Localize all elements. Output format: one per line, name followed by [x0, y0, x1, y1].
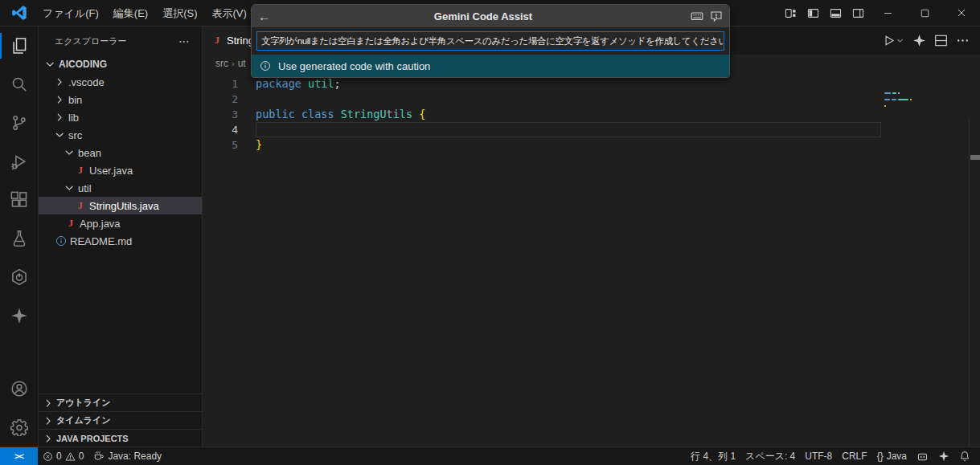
activity-item-settings[interactable] [0, 408, 39, 447]
activity-item-search[interactable] [0, 65, 39, 104]
info-icon [260, 60, 271, 71]
source-control-icon [10, 114, 28, 132]
status-problems[interactable]: 00 [38, 447, 88, 465]
quick-input-header-icons [691, 10, 723, 22]
activity-item-source-control[interactable] [0, 104, 39, 142]
more-actions-button[interactable] [956, 34, 970, 47]
activity-item-testing[interactable] [0, 219, 39, 258]
activity-item-explorer[interactable] [0, 27, 39, 65]
code-line-5[interactable]: 5} [203, 137, 980, 153]
tree-item-bean[interactable]: bean [39, 144, 202, 161]
tree-item-stringutils-java[interactable]: JStringUtils.java [39, 197, 202, 214]
toggle-secondary-sidebar-button[interactable] [847, 0, 869, 27]
chevron-right-icon [42, 432, 55, 445]
toggle-sidebar-button[interactable] [802, 0, 824, 27]
tree-item-util[interactable]: util [39, 179, 202, 197]
status-text: 0 [79, 451, 84, 462]
keyboard-button[interactable] [691, 10, 703, 22]
java-file-icon: J [64, 218, 77, 230]
close-button[interactable] [943, 0, 980, 27]
tree-item-label: StringUtils.java [89, 200, 159, 212]
editor-scrollbar[interactable] [969, 118, 980, 447]
code-line-4[interactable]: 4 [203, 122, 980, 137]
explorer-sidebar: エクスプローラー ⋯ AICODING.vscodebinlibsrcbeanJ… [39, 27, 203, 447]
close-icon [957, 8, 966, 18]
layout-controls [779, 0, 869, 27]
status-indentation[interactable]: スペース: 4 [740, 447, 800, 465]
breadcrumb-item-ut[interactable]: ut [238, 58, 246, 69]
tree-item--vscode[interactable]: .vscode [39, 73, 202, 91]
file-tree: AICODING.vscodebinlibsrcbeanJUser.javaut… [39, 55, 202, 250]
tree-item-label: User.java [89, 165, 133, 177]
toggle-panel-button[interactable] [824, 0, 847, 27]
testing-icon [10, 230, 28, 247]
status-gemini-sparkle[interactable] [933, 447, 954, 465]
feedback-button[interactable] [710, 10, 723, 22]
gemini-icon [10, 307, 28, 324]
customize-layout-button[interactable] [779, 0, 802, 27]
more-actions-icon [956, 34, 970, 47]
tree-item-user-java[interactable]: JUser.java [39, 161, 202, 179]
section-java-projects[interactable]: JAVA PROJECTS [39, 429, 202, 447]
status-language-mode[interactable]: {}Java [872, 447, 912, 465]
code-line-1[interactable]: 1package util; [203, 76, 980, 92]
keyboard-icon [691, 10, 703, 22]
menu-item-2[interactable]: 選択(S) [155, 0, 204, 27]
status-notifications[interactable] [954, 447, 975, 465]
status-text: UTF-8 [805, 451, 832, 462]
remote-indicator[interactable]: >< [0, 447, 38, 465]
readme-info-icon [55, 235, 68, 247]
tree-item-lib[interactable]: lib [39, 108, 202, 126]
activity-item-gemini[interactable] [0, 296, 39, 335]
cursor-overview-marker [970, 155, 980, 160]
tree-item-readme-md[interactable]: README.md [39, 232, 202, 250]
split-editor-icon [934, 34, 948, 47]
status-java-status[interactable]: Java: Ready [88, 447, 166, 465]
section--[interactable]: タイムライン [39, 411, 202, 429]
quick-input-hint-item[interactable]: Use generated code with caution [252, 55, 729, 77]
chevron-down-icon [43, 58, 56, 71]
prompt-input[interactable]: 文字列がnullまたは空白または全角および半角スペースのみだった場合に空文字を返… [256, 31, 724, 51]
section--[interactable]: アウトライン [39, 394, 202, 411]
code-line-3[interactable]: 3public class StringUtils { [203, 107, 980, 122]
status-eol[interactable]: CRLF [837, 447, 871, 465]
tree-item-label: bean [78, 147, 101, 159]
code-area[interactable]: 1package util;23public class StringUtils… [203, 72, 980, 447]
gemini-code-assist-button[interactable] [912, 34, 926, 47]
status-copilot-robot[interactable] [912, 447, 933, 465]
minimize-button[interactable] [869, 0, 906, 27]
tree-item-bin[interactable]: bin [39, 91, 202, 108]
maximize-button[interactable] [906, 0, 943, 27]
status-cursor-position[interactable]: 行 4、列 1 [686, 447, 740, 465]
code-line-2[interactable]: 2 [203, 92, 980, 107]
breadcrumb-item-src[interactable]: src [215, 58, 228, 69]
tree-item-app-java[interactable]: JApp.java [39, 214, 202, 232]
settings-icon [10, 418, 28, 436]
activity-bar [0, 27, 39, 447]
vscode-logo-icon [11, 5, 27, 21]
tree-item-aicoding[interactable]: AICODING [39, 55, 202, 73]
menu-item-1[interactable]: 編集(E) [106, 0, 155, 27]
window-controls [869, 0, 980, 27]
status-encoding[interactable]: UTF-8 [800, 447, 837, 465]
activity-item-run-debug[interactable] [0, 142, 39, 181]
line-number: 2 [203, 92, 238, 107]
run-button[interactable] [882, 34, 904, 47]
status-text: Java: Ready [108, 451, 162, 462]
sidebar-sections: アウトラインタイムラインJAVA PROJECTS [39, 394, 202, 447]
status-bar: >< 00Java: Ready 行 4、列 1スペース: 4UTF-8CRLF… [0, 447, 980, 465]
quick-input-title: Gemini Code Assist [276, 10, 691, 22]
back-arrow-icon[interactable]: ← [258, 10, 276, 23]
status-text: 行 4、列 1 [691, 450, 736, 463]
activity-item-gradle[interactable] [0, 258, 39, 296]
explorer-more-actions[interactable]: ⋯ [178, 35, 191, 47]
explorer-title: エクスプローラー [55, 35, 178, 47]
editor-actions [882, 27, 980, 55]
menu-item-3[interactable]: 表示(V) [205, 0, 254, 27]
robot-icon [916, 451, 929, 463]
menu-item-0[interactable]: ファイル(F) [35, 0, 106, 27]
activity-item-extensions[interactable] [0, 181, 39, 219]
split-editor-button[interactable] [934, 34, 948, 47]
activity-item-account[interactable] [0, 369, 39, 408]
tree-item-src[interactable]: src [39, 126, 202, 144]
